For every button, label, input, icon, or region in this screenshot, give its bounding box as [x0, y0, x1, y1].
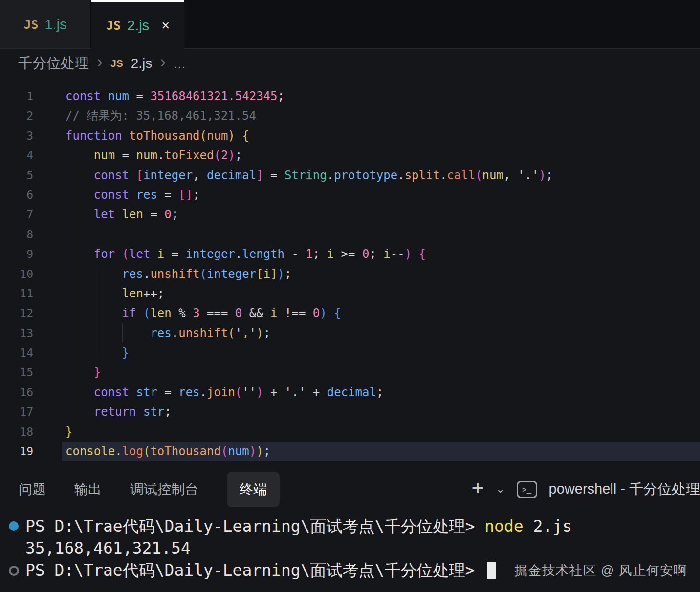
js-file-icon: JS — [110, 58, 123, 69]
editor-window: JS 1.js JS 2.js × 千分位处理 › JS 2.js › ... … — [0, 0, 700, 592]
terminal-output[interactable]: PS D:\Trae代码\Daily-Learning\面试考点\千分位处理> … — [0, 515, 700, 592]
code-text: if (len % 3 === 0 && i !== 0) { — [66, 303, 341, 323]
code-line-19[interactable]: 19console.log(toThousand(num)); — [0, 442, 700, 461]
code-line-8[interactable]: 8 — [0, 225, 700, 244]
code-line-12[interactable]: 12 if (len % 3 === 0 && i !== 0) { — [0, 303, 700, 323]
code-text: res.unshift(integer[i]); — [66, 264, 291, 284]
panel-tab-item[interactable]: 问题 — [19, 480, 46, 499]
code-text: } — [66, 362, 101, 382]
panel-tabs: 问题输出调试控制台终端 — [0, 472, 280, 507]
line-number[interactable]: 4 — [0, 146, 33, 165]
terminal-line: 35,168,461,321.54 — [0, 537, 700, 559]
line-number[interactable]: 9 — [0, 244, 33, 264]
line-number[interactable]: 3 — [0, 126, 33, 146]
panel-tab-item[interactable]: 调试控制台 — [130, 480, 198, 499]
code-text: function toThousand(num) { — [66, 126, 249, 146]
breadcrumb: 千分位处理 › JS 2.js › ... — [0, 49, 700, 78]
tab-1js[interactable]: JS 1.js — [0, 0, 91, 49]
code-text: const num = 35168461321.542345; — [66, 86, 284, 106]
line-number[interactable]: 16 — [0, 382, 33, 402]
code-line-13[interactable]: 13 res.unshift(','); — [0, 323, 700, 343]
line-number[interactable]: 10 — [0, 264, 33, 284]
line-number[interactable]: 1 — [0, 86, 33, 106]
indent-guide — [66, 225, 66, 244]
close-icon[interactable]: × — [161, 18, 170, 34]
code-text: } — [66, 422, 72, 442]
code-text: return str; — [66, 402, 172, 422]
code-text: const res = []; — [66, 185, 200, 205]
code-text: const [integer, decimal] = String.protot… — [66, 166, 553, 185]
breadcrumb-more[interactable]: ... — [174, 56, 185, 72]
code-text: } — [66, 343, 129, 362]
line-number[interactable]: 15 — [0, 362, 33, 382]
code-line-17[interactable]: 17 return str; — [0, 402, 700, 422]
shell-session-label[interactable]: powershell - 千分位处理 — [549, 480, 700, 499]
code-text: // 结果为: 35,168,461,321.54 — [66, 106, 256, 126]
code-line-5[interactable]: 5 const [integer, decimal] = String.prot… — [0, 166, 700, 185]
js-file-icon: JS — [23, 18, 38, 32]
tab-2js-label: 2.js — [127, 18, 149, 34]
tab-bar: JS 1.js JS 2.js × — [0, 0, 700, 49]
js-file-icon: JS — [106, 19, 121, 33]
code-line-9[interactable]: 9 for (let i = integer.length - 1; i >= … — [0, 244, 700, 264]
line-number[interactable]: 14 — [0, 343, 33, 362]
breadcrumb-file[interactable]: 2.js — [131, 56, 153, 71]
panel-tab-item[interactable]: 输出 — [74, 480, 102, 499]
code-text: len++; — [66, 284, 164, 303]
line-number[interactable]: 8 — [0, 225, 33, 244]
terminal-line: PS D:\Trae代码\Daily-Learning\面试考点\千分位处理> … — [0, 515, 700, 537]
code-text: num = num.toFixed(2); — [66, 146, 242, 165]
panel-actions: + ⌄ >_ powershell - 千分位处理 — [471, 479, 700, 500]
code-line-11[interactable]: 11 len++; — [0, 284, 700, 303]
code-line-2[interactable]: 2// 结果为: 35,168,461,321.54 — [0, 106, 700, 126]
line-number[interactable]: 5 — [0, 166, 33, 185]
line-number[interactable]: 19 — [0, 442, 33, 461]
watermark: 掘金技术社区 @ 风止何安啊 — [515, 562, 687, 579]
code-editor[interactable]: 1const num = 35168461321.542345;2// 结果为:… — [0, 78, 700, 473]
prompt-pending-circle — [9, 566, 19, 576]
code-text: for (let i = integer.length - 1; i >= 0;… — [66, 244, 426, 264]
code-line-6[interactable]: 6 const res = []; — [0, 185, 700, 205]
line-number[interactable]: 12 — [0, 303, 33, 323]
code-line-10[interactable]: 10 res.unshift(integer[i]); — [0, 264, 700, 284]
code-text: const str = res.join('') + '.' + decimal… — [66, 382, 383, 402]
panel-header: 问题输出调试控制台终端 + ⌄ >_ powershell - 千分位处理 — [0, 471, 700, 508]
line-number[interactable]: 11 — [0, 284, 33, 303]
code-line-18[interactable]: 18} — [0, 422, 700, 442]
code-line-7[interactable]: 7 let len = 0; — [0, 205, 700, 224]
line-number[interactable]: 6 — [0, 185, 33, 205]
line-number[interactable]: 2 — [0, 106, 33, 126]
code-line-15[interactable]: 15 } — [0, 362, 700, 382]
terminal-cursor — [487, 562, 496, 579]
code-text: console.log(toThousand(num)); — [66, 442, 270, 461]
tab-2js[interactable]: JS 2.js × — [91, 0, 184, 49]
terminal-icon: >_ — [517, 481, 537, 498]
breadcrumb-folder[interactable]: 千分位处理 — [18, 54, 89, 73]
code-line-1[interactable]: 1const num = 35168461321.542345; — [0, 86, 700, 106]
code-line-4[interactable]: 4 num = num.toFixed(2); — [0, 146, 700, 165]
line-number[interactable]: 13 — [0, 323, 33, 343]
code-line-3[interactable]: 3function toThousand(num) { — [0, 126, 700, 146]
new-terminal-icon[interactable]: + — [471, 476, 484, 500]
line-number[interactable]: 18 — [0, 422, 33, 442]
chevron-down-icon[interactable]: ⌄ — [496, 483, 504, 496]
code-line-16[interactable]: 16 const str = res.join('') + '.' + deci… — [0, 382, 700, 402]
code-line-14[interactable]: 14 } — [0, 343, 700, 362]
line-number[interactable]: 17 — [0, 402, 33, 422]
code-text: res.unshift(','); — [66, 323, 270, 343]
command-success-dot — [9, 521, 19, 531]
code-text: let len = 0; — [66, 205, 178, 224]
line-number[interactable]: 7 — [0, 205, 33, 224]
tab-1js-label: 1.js — [44, 17, 66, 33]
panel-tab-terminal-active[interactable]: 终端 — [227, 472, 280, 507]
